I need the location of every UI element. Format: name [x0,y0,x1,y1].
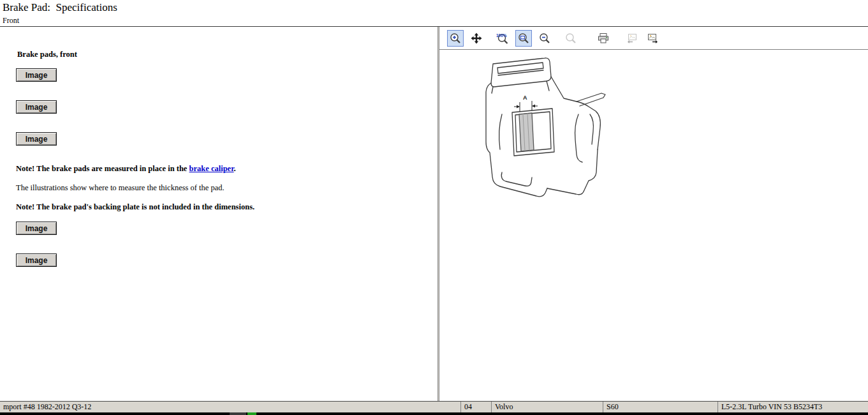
page-title: Brake Pad: Specifications [3,1,868,14]
status-model-text: S60 [607,402,619,412]
strip-segment-gray [230,412,246,415]
pan-icon [470,32,483,45]
section-heading: Brake pads, front [17,50,425,59]
zoom-in-button[interactable] [447,30,464,47]
brake-caliper-diagram: A [483,54,674,207]
status-cell-year: 04 [460,402,491,412]
zoom-100-label: 100% [496,33,507,38]
image-button-5[interactable]: Image [16,253,57,267]
dimension-label: A [523,94,527,101]
print-icon [597,32,610,45]
brake-caliper-link[interactable]: brake caliper [189,164,234,173]
diagram-canvas[interactable]: A [439,50,868,401]
zoom-window-button[interactable] [515,30,532,47]
status-bar: mport #48 1982-2012 Q3-12 04 Volvo S60 L… [0,401,868,412]
status-cell-model: S60 [603,402,717,412]
status-cell-import: mport #48 1982-2012 Q3-12 [0,402,460,412]
status-engine-text: L5-2.3L Turbo VIN 53 B5234T3 [721,402,822,412]
zoom-100-button[interactable]: 100% [494,30,511,47]
print-button[interactable] [595,30,612,47]
zoom-100-icon: 100% [496,32,510,45]
next-image-button[interactable] [645,30,661,47]
note-measure-in-place: Note! The brake pads are measured in pla… [16,164,425,174]
strip-segment-green [247,412,256,415]
zoom-out-button[interactable] [536,30,553,47]
paragraph-illustrations: The illustrations show where to measure … [16,183,425,193]
status-cell-make: Volvo [491,402,603,412]
status-make-text: Volvo [495,402,513,412]
image-button-4[interactable]: Image [16,222,57,235]
main-split: Brake pads, front Image Image Image Note… [0,27,868,401]
page-subtitle: Front [3,16,868,26]
content-panel: Brake pads, front Image Image Image Note… [0,27,438,401]
previous-image-button[interactable] [624,30,640,47]
pan-button[interactable] [468,30,485,47]
page-header: Brake Pad: Specifications Front [0,0,868,27]
zoom-previous-icon [564,32,577,45]
viewer-toolbar: 100% [439,27,868,50]
previous-image-icon [626,32,638,45]
note-text-suffix: . [234,164,236,173]
status-import-text: mport #48 1982-2012 Q3-12 [3,402,91,412]
bottom-strip [0,412,868,415]
zoom-out-icon [538,32,551,45]
note-backing-plate: Note! The brake pad's backing plate is n… [16,202,425,212]
image-viewer-panel: 100% [439,27,868,401]
status-cell-engine: L5-2.3L Turbo VIN 53 B5234T3 [717,402,868,412]
zoom-previous-button[interactable] [563,30,579,47]
image-button-3[interactable]: Image [16,132,57,146]
next-image-icon [647,32,659,45]
note-text-prefix: Note! The brake pads are measured in pla… [16,164,189,173]
image-button-1[interactable]: Image [16,68,57,82]
zoom-in-icon [449,32,462,45]
application-window: Brake Pad: Specifications Front Brake pa… [0,0,868,415]
status-year-text: 04 [464,402,472,412]
zoom-window-icon [517,32,530,45]
image-button-2[interactable]: Image [16,100,57,114]
